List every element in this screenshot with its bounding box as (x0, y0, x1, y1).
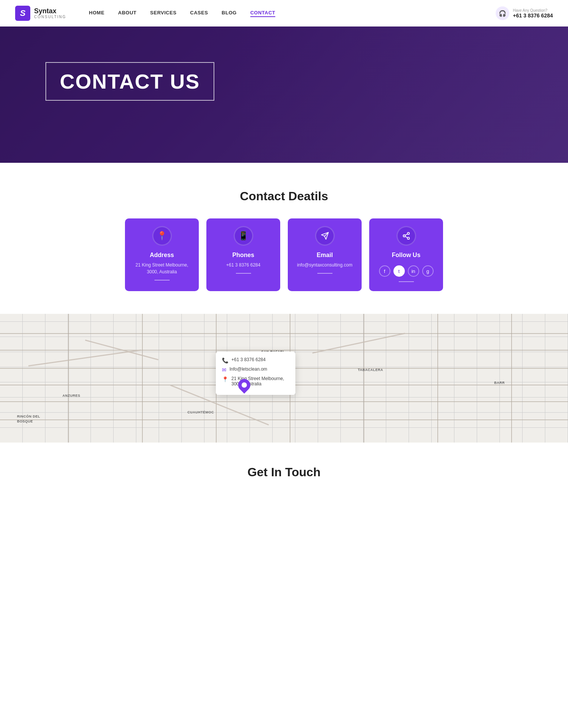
map-marker (238, 379, 250, 391)
nav-services[interactable]: SERVICES (150, 10, 177, 17)
email-card: Email info@syntaxconsulting.com (288, 218, 362, 291)
nav-home[interactable]: HOME (89, 10, 105, 17)
cards-row: 📍 Address 21 King Street Melbourne, 3000… (23, 218, 545, 291)
marker-inner (242, 382, 247, 388)
popup-phone-icon: 📞 (222, 357, 228, 363)
address-text: 21 King Street Melbourne, 3000, Australi… (131, 262, 193, 275)
phones-icon: 📱 (234, 226, 253, 246)
follow-us-icon (396, 226, 416, 246)
email-text: info@syntaxconsulting.com (297, 262, 352, 268)
contact-details-title: Contact Deatils (23, 189, 545, 203)
map-label-anzures: ANZURES (62, 394, 80, 398)
popup-email-icon: ✉ (222, 367, 226, 373)
address-title: Address (150, 252, 174, 259)
map-popup-email: ✉ Info@letsclean.om (222, 366, 289, 373)
navbar: S Syntax CONSULTING HOME ABOUT SERVICES … (0, 0, 568, 27)
brand-sub: CONSULTING (34, 15, 66, 19)
follow-us-title: Follow Us (392, 252, 421, 259)
nav-blog[interactable]: BLOG (222, 10, 237, 17)
google-icon[interactable]: g (422, 265, 434, 277)
phones-divider (236, 273, 251, 274)
nav-contact[interactable]: CONTACT (250, 10, 275, 17)
popup-phone-number: +61 3 8376 6284 (231, 357, 265, 362)
phones-text: +61 3 8376 6284 (226, 262, 260, 268)
map-label-tabacalera: TABACALERA (358, 368, 383, 372)
address-divider (154, 280, 170, 281)
logo-icon: S (15, 6, 30, 21)
nav-about[interactable]: ABOUT (118, 10, 137, 17)
address-icon: 📍 (152, 226, 172, 246)
map-popup: 📞 +61 3 8376 6284 ✉ Info@letsclean.om 📍 … (216, 352, 295, 395)
hero-title: CONTACT US (60, 70, 200, 93)
social-icons: f t in g (379, 265, 434, 277)
email-title: Email (317, 252, 333, 259)
map-popup-phone: 📞 +61 3 8376 6284 (222, 357, 289, 363)
popup-email-text: Info@letsclean.om (229, 366, 267, 372)
map-popup-address: 📍 21 King Street Melbourne, 3000, Austra… (222, 376, 289, 387)
map-section: TABACALERA CUAUHTÉMOC ANZURES SAN RAFAEL… (0, 314, 568, 443)
linkedin-icon[interactable]: in (408, 265, 419, 277)
popup-address-icon: 📍 (222, 376, 228, 382)
follow-us-card: Follow Us f t in g (369, 218, 443, 291)
svg-line-5 (405, 236, 407, 238)
nav-links: HOME ABOUT SERVICES CASES BLOG CONTACT (89, 10, 496, 17)
phones-title: Phones (233, 252, 254, 259)
facebook-icon[interactable]: f (379, 265, 390, 277)
email-icon (315, 226, 335, 246)
twitter-icon[interactable]: t (393, 265, 405, 277)
phones-card: 📱 Phones +61 3 8376 6284 (206, 218, 280, 291)
contact-details-section: Contact Deatils 📍 Address 21 King Street… (0, 163, 568, 314)
nav-phone: 🎧 Have Any Question? +61 3 8376 6284 (496, 6, 553, 20)
map-label-cuauhtemoc: CUAUHTÉMOC (187, 410, 214, 414)
get-in-touch-section: Get In Touch (0, 443, 568, 498)
logo-link[interactable]: S Syntax CONSULTING (15, 6, 66, 21)
get-in-touch-title: Get In Touch (23, 465, 545, 479)
map-label-rincon: RINCÓN DELBOSQUE (17, 414, 40, 424)
svg-line-6 (405, 234, 407, 235)
follow-us-divider (399, 281, 414, 282)
email-divider (317, 273, 332, 274)
map-label-barr: BARR (494, 381, 505, 385)
brand-name: Syntax (34, 8, 66, 15)
phone-number: +61 3 8376 6284 (513, 12, 553, 19)
phone-icon: 🎧 (496, 6, 509, 20)
address-card: 📍 Address 21 King Street Melbourne, 3000… (125, 218, 199, 291)
nav-cases[interactable]: CASES (190, 10, 208, 17)
phone-label: Have Any Question? (513, 8, 553, 12)
hero-title-box: CONTACT US (45, 62, 214, 101)
marker-pin (236, 376, 253, 393)
